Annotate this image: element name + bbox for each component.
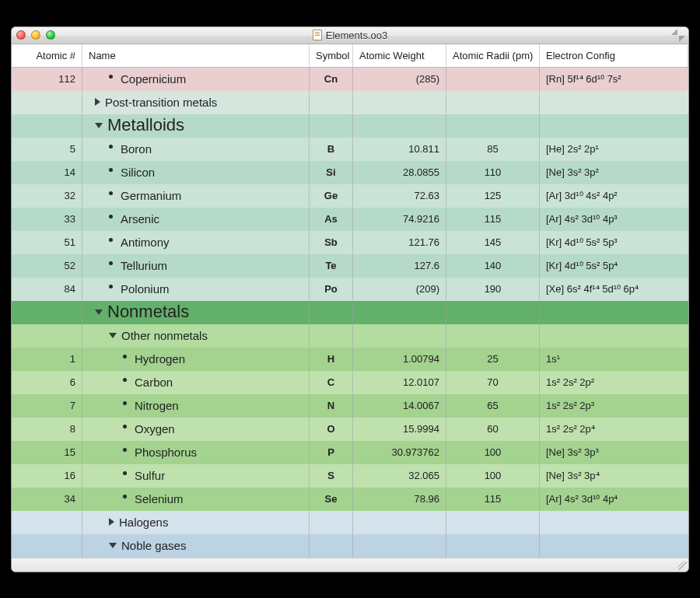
row-name: Hydrogen [135, 352, 185, 365]
symbol-cell: As [310, 208, 353, 231]
gutter-cell [12, 114, 25, 138]
weight-cell [353, 114, 446, 138]
fullscreen-icon[interactable] [673, 30, 684, 40]
titlebar[interactable]: Elements.oo3 [12, 27, 688, 44]
name-cell[interactable]: Carbon [82, 371, 310, 394]
atomic-number [24, 534, 82, 558]
disclosure-down-icon[interactable] [95, 123, 103, 128]
row-name: Boron [121, 142, 152, 156]
econf-cell: [Ar] 4s² 3d¹⁰ 4p⁴ [540, 488, 688, 511]
name-cell[interactable]: Metalloids [82, 114, 310, 138]
name-cell[interactable]: Halogens [82, 511, 310, 534]
gutter-cell [12, 511, 25, 534]
col-name[interactable]: Name [82, 44, 310, 68]
col-radii[interactable]: Atomic Radii (pm) [446, 44, 540, 68]
name-cell[interactable]: Arsenic [82, 208, 310, 231]
row-name: Sulfur [135, 469, 165, 482]
col-econf[interactable]: Electron Config [540, 44, 688, 68]
radii-cell: 70 [446, 371, 540, 394]
econf-cell: 1s² 2s² 2p³ [540, 394, 688, 418]
disclosure-down-icon[interactable] [95, 309, 103, 315]
weight-cell: 28.0855 [353, 161, 446, 184]
weight-cell [353, 511, 446, 534]
bullet-icon [109, 75, 113, 79]
weight-cell: 30.973762 [353, 441, 446, 464]
row-name: Antimony [121, 236, 170, 249]
disclosure-right-icon[interactable] [109, 518, 114, 526]
name-cell[interactable]: Phosphorus [82, 441, 310, 464]
col-atomic[interactable]: Atomic # [24, 44, 82, 68]
gutter-cell [12, 441, 25, 464]
name-cell[interactable]: Polonium [82, 278, 310, 301]
symbol-cell [310, 324, 353, 348]
name-cell[interactable]: Oxygen [82, 418, 310, 441]
name-cell[interactable]: Sulfur [82, 464, 310, 488]
bullet-icon [109, 261, 113, 265]
bullet-icon [123, 448, 127, 452]
disclosure-right-icon[interactable] [95, 98, 100, 106]
gutter-cell [12, 301, 25, 324]
symbol-cell: H [310, 348, 353, 371]
col-weight[interactable]: Atomic Weight [353, 44, 446, 68]
name-cell[interactable]: Other nonmetals [82, 324, 310, 348]
minimize-icon[interactable] [31, 30, 40, 40]
col-symbol[interactable]: Symbol [310, 44, 353, 68]
radii-cell: 100 [446, 441, 540, 464]
bullet-icon [109, 285, 113, 289]
econf-cell: [Ar] 4s² 3d¹⁰ 4p³ [540, 208, 688, 231]
radii-cell: 60 [446, 418, 540, 441]
radii-cell: 110 [446, 161, 540, 184]
econf-cell: [Ne] 3s² 3p³ [540, 441, 688, 464]
atomic-number [24, 511, 82, 534]
weight-cell: (285) [353, 68, 446, 91]
app-window: Elements.oo3 Atomic # Name Symbol Atomic… [11, 26, 689, 572]
row-name: Silicon [121, 166, 155, 179]
radii-cell: 25 [446, 348, 540, 371]
name-cell[interactable]: Boron [82, 138, 310, 161]
econf-cell: [Ar] 3d¹⁰ 4s² 4p² [540, 184, 688, 208]
radii-cell: 125 [446, 184, 540, 208]
resize-handle[interactable] [677, 561, 687, 570]
name-cell[interactable]: Antimony [82, 231, 310, 254]
disclosure-down-icon[interactable] [109, 543, 117, 548]
name-cell[interactable]: Selenium [82, 488, 310, 511]
close-icon[interactable] [16, 30, 26, 40]
symbol-cell: Se [310, 488, 353, 511]
atomic-number [24, 301, 82, 324]
atomic-number: 16 [24, 464, 82, 488]
weight-cell: 15.9994 [353, 418, 446, 441]
econf-cell [540, 114, 688, 138]
weight-cell: 72.63 [353, 184, 446, 208]
name-cell[interactable]: Hydrogen [82, 348, 310, 371]
atomic-number: 5 [24, 138, 82, 161]
name-cell[interactable]: Tellurium [82, 254, 310, 278]
symbol-cell: Ge [310, 184, 353, 208]
row-name: Metalloids [107, 115, 184, 135]
bullet-icon [109, 215, 113, 219]
bullet-icon [109, 191, 113, 195]
name-cell[interactable]: Nitrogen [82, 394, 310, 418]
outline-scroll[interactable]: Atomic # Name Symbol Atomic Weight Atomi… [12, 44, 688, 558]
weight-cell: 32.065 [353, 464, 446, 488]
gutter-cell [12, 348, 25, 371]
name-cell[interactable]: Copernicium [82, 68, 310, 91]
name-cell[interactable]: Germanium [82, 184, 310, 208]
row-name: Post-transition metals [105, 96, 217, 109]
row-name: Nonmetals [107, 302, 189, 322]
name-cell[interactable]: Noble gases [82, 534, 310, 558]
symbol-cell: Cn [310, 68, 353, 91]
zoom-icon[interactable] [46, 30, 55, 40]
symbol-cell: B [310, 138, 353, 161]
symbol-cell: Sb [310, 231, 353, 254]
atomic-number [24, 324, 82, 348]
econf-cell: 1s² 2s² 2p² [540, 371, 688, 394]
disclosure-down-icon[interactable] [109, 333, 117, 338]
row-name: Phosphorus [135, 446, 197, 459]
window-controls [16, 30, 55, 40]
weight-cell [353, 534, 446, 558]
name-cell[interactable]: Post-transition metals [82, 91, 310, 114]
weight-cell: 10.811 [353, 138, 446, 161]
name-cell[interactable]: Nonmetals [82, 301, 310, 324]
name-cell[interactable]: Silicon [82, 161, 310, 184]
radii-cell [446, 68, 540, 91]
